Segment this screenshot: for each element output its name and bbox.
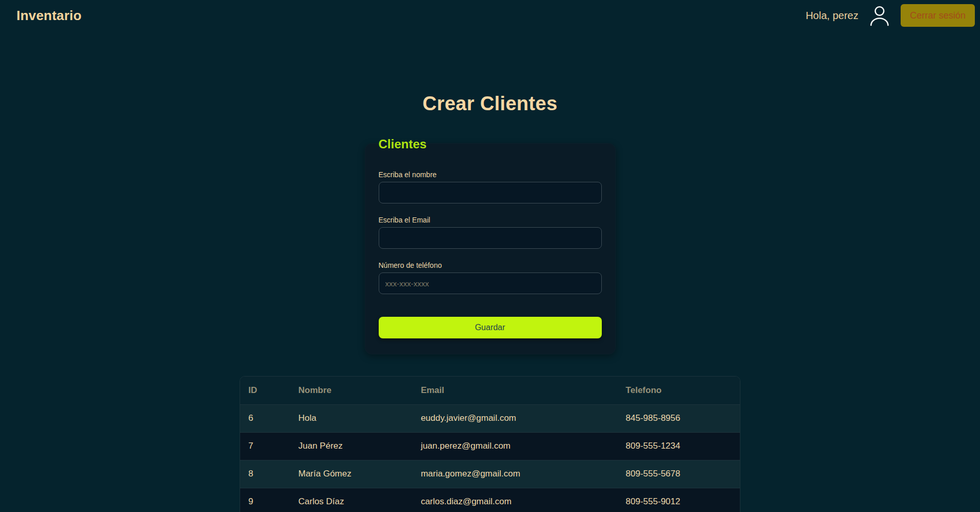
cell-id: 9 — [240, 488, 290, 512]
cell-telefono: 809-555-9012 — [617, 488, 740, 512]
cell-id: 8 — [240, 460, 290, 488]
clients-table-container: ID Nombre Email Telefono 6 Hola euddy.ja… — [240, 376, 740, 512]
cell-id: 7 — [240, 432, 290, 460]
page-title: Crear Clientes — [0, 93, 980, 115]
cell-telefono: 809-555-5678 — [617, 460, 740, 488]
cell-email: maria.gomez@gmail.com — [413, 460, 618, 488]
phone-field-label: Número de teléfono — [379, 261, 602, 269]
cell-telefono: 809-555-1234 — [617, 432, 740, 460]
cell-nombre: María Gómez — [290, 460, 413, 488]
name-input[interactable] — [379, 182, 602, 203]
clients-table: ID Nombre Email Telefono 6 Hola euddy.ja… — [240, 377, 740, 512]
name-field-group: Escriba el nombre — [379, 170, 602, 203]
table-row: 9 Carlos Díaz carlos.diaz@gmail.com 809-… — [240, 488, 740, 512]
navbar-right: Hola, perez Cerrar sesión — [806, 4, 975, 27]
header-id: ID — [240, 377, 290, 404]
phone-field-group: Número de teléfono — [379, 261, 602, 294]
cell-email: euddy.javier@gmail.com — [413, 404, 618, 432]
cell-email: carlos.diaz@gmail.com — [413, 488, 618, 512]
table-row: 8 María Gómez maria.gomez@gmail.com 809-… — [240, 460, 740, 488]
user-icon — [868, 4, 891, 27]
cell-nombre: Hola — [290, 404, 413, 432]
table-header-row: ID Nombre Email Telefono — [240, 377, 740, 404]
cell-telefono: 845-985-8956 — [617, 404, 740, 432]
main-content: Crear Clientes Clientes Escriba el nombr… — [0, 93, 980, 512]
user-greeting: Hola, perez — [806, 10, 858, 22]
cell-id: 6 — [240, 404, 290, 432]
table-row: 7 Juan Pérez juan.perez@gmail.com 809-55… — [240, 432, 740, 460]
navbar: Inventario Hola, perez Cerrar sesión — [0, 0, 980, 31]
email-field-group: Escriba el Email — [379, 216, 602, 249]
logout-button[interactable]: Cerrar sesión — [901, 4, 975, 27]
cell-email: juan.perez@gmail.com — [413, 432, 618, 460]
clients-form-card: Clientes Escriba el nombre Escriba el Em… — [365, 143, 616, 354]
save-button[interactable]: Guardar — [379, 317, 602, 338]
email-field-label: Escriba el Email — [379, 216, 602, 224]
phone-input[interactable] — [379, 272, 602, 294]
header-email: Email — [413, 377, 618, 404]
app-brand[interactable]: Inventario — [16, 8, 81, 24]
cell-nombre: Carlos Díaz — [290, 488, 413, 512]
table-row: 6 Hola euddy.javier@gmail.com 845-985-89… — [240, 404, 740, 432]
name-field-label: Escriba el nombre — [379, 170, 602, 179]
cell-nombre: Juan Pérez — [290, 432, 413, 460]
header-nombre: Nombre — [290, 377, 413, 404]
profile-button[interactable] — [868, 4, 891, 27]
email-input[interactable] — [379, 227, 602, 249]
form-heading: Clientes — [379, 137, 427, 151]
header-telefono: Telefono — [617, 377, 740, 404]
